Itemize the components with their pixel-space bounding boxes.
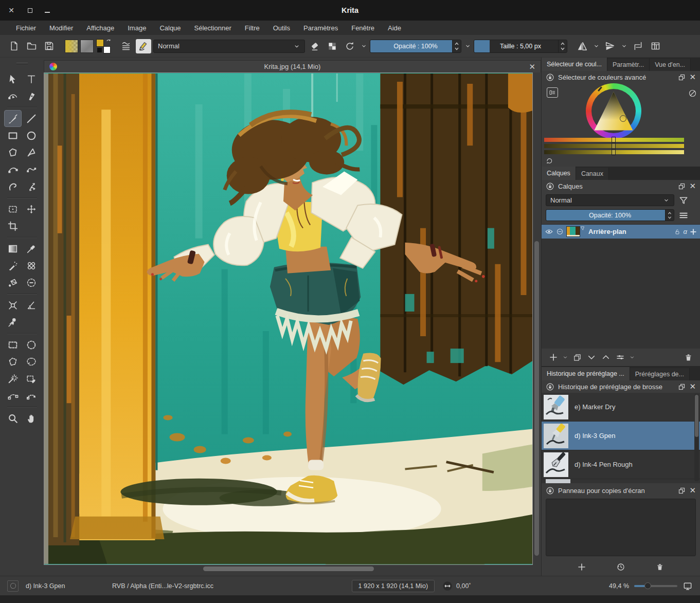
canvas-horizontal-scrollbar[interactable] [44, 565, 533, 573]
layer-blend-mode-combobox[interactable]: Normal [546, 194, 674, 206]
move-layer-down-button[interactable] [585, 351, 598, 364]
brush-preview-icon[interactable] [7, 580, 19, 592]
panel-float-icon[interactable] [678, 182, 686, 190]
panel-float-icon[interactable] [678, 74, 686, 81]
mirror-vertical-dropdown[interactable] [620, 40, 628, 53]
panel-close-icon[interactable]: ✕ [689, 72, 696, 82]
tool-freehand-path[interactable] [23, 161, 40, 178]
color-wheel[interactable] [586, 83, 641, 139]
layer-properties-button[interactable] [614, 351, 627, 364]
tool-polyline[interactable] [23, 144, 40, 161]
canvas-rotation-control[interactable]: 0,00˚ [442, 580, 471, 592]
opacity-slider[interactable]: Opacité : 100% [370, 40, 461, 53]
window-maximize-button[interactable] [28, 8, 32, 13]
layer-unlocked-icon[interactable] [674, 228, 681, 235]
show-grid-button[interactable] [648, 39, 663, 54]
layer-lock-indicator-icon[interactable] [556, 228, 564, 235]
fit-to-screen-icon[interactable] [683, 581, 693, 591]
tab-canaux[interactable]: Canaux [576, 168, 609, 180]
foreground-background-colors[interactable] [96, 39, 111, 54]
layer-inherit-alpha-icon[interactable] [690, 228, 697, 235]
add-layer-dropdown[interactable] [561, 351, 569, 364]
tool-color-sampler[interactable] [23, 240, 40, 257]
preserve-alpha-button[interactable] [325, 39, 340, 54]
panel-float-icon[interactable] [678, 383, 686, 391]
menu-aide[interactable]: Aide [381, 21, 408, 35]
tool-edit-shapes[interactable] [4, 87, 22, 104]
saturation-slider-handle[interactable] [612, 143, 616, 149]
panel-close-icon[interactable]: ✕ [689, 181, 696, 191]
tool-dynamic-brush[interactable] [4, 178, 22, 195]
tool-pan[interactable] [23, 410, 40, 427]
brush-item-ink4-pen-rough[interactable]: d) Ink-4 Pen Rough [542, 450, 700, 479]
reload-preset-button[interactable] [342, 39, 357, 54]
hue-slider[interactable] [544, 138, 684, 142]
layer-row-arriere-plan[interactable]: Arrière-plan α [542, 225, 700, 239]
tab-color-selector[interactable]: Sélecteur de coul... [542, 58, 607, 71]
tool-ellipse[interactable] [23, 127, 40, 144]
color-reset-button[interactable] [545, 156, 554, 166]
tool-select-shapes[interactable] [4, 70, 22, 87]
menu-parametres[interactable]: Paramètres [297, 21, 345, 35]
tool-enclose-fill[interactable] [23, 274, 40, 291]
tool-rectangle[interactable] [4, 127, 22, 144]
tab-calques[interactable]: Calques [542, 167, 576, 180]
panel-close-icon[interactable]: ✕ [689, 382, 696, 391]
tool-assistants[interactable] [4, 297, 22, 314]
mirror-horizontal-dropdown[interactable] [592, 40, 600, 53]
mirror-vertical-button[interactable] [602, 39, 618, 54]
panel-close-icon[interactable]: ✕ [689, 486, 696, 495]
menu-modifier[interactable]: Modifier [43, 21, 80, 35]
open-document-button[interactable] [24, 39, 39, 54]
toolbox-drag-handle[interactable] [16, 63, 28, 64]
canvas-vertical-scrollbar[interactable] [533, 72, 541, 565]
tool-gradient[interactable] [4, 240, 22, 257]
brush-editor-button[interactable] [136, 39, 151, 53]
menu-filtre[interactable]: Filtre [238, 21, 266, 35]
canvas-viewport[interactable] [44, 72, 533, 565]
tool-polygon-select[interactable] [4, 353, 22, 370]
tool-similar-select[interactable] [23, 370, 40, 387]
delete-screenshot-button[interactable] [653, 560, 667, 574]
menu-affichage[interactable]: Affichage [80, 21, 121, 35]
save-document-button[interactable] [41, 39, 57, 54]
tool-zoom[interactable] [4, 410, 22, 427]
canvas-window-titlebar[interactable]: Krita.jpg (14,1 Mio) ✕ [44, 60, 541, 72]
pattern-selector[interactable] [65, 40, 78, 53]
value-slider-handle[interactable] [612, 149, 616, 155]
size-slider[interactable]: Taille : 5,00 px [474, 40, 567, 53]
tool-magnetic-select[interactable] [23, 387, 40, 404]
tool-text[interactable] [23, 70, 40, 87]
blend-mode-combobox[interactable]: Normal [153, 40, 305, 53]
tool-similar-color-select[interactable] [4, 370, 22, 387]
menu-outils[interactable]: Outils [266, 21, 297, 35]
menu-image[interactable]: Image [121, 21, 153, 35]
layer-name[interactable]: Arrière-plan [588, 228, 671, 235]
tool-multibrush[interactable] [23, 178, 40, 195]
eraser-mode-button[interactable] [307, 39, 322, 54]
layer-thumbnail[interactable] [566, 226, 580, 237]
tool-polygon[interactable] [4, 144, 22, 161]
panel-float-icon[interactable] [678, 487, 686, 495]
window-minimize-button[interactable] [45, 12, 50, 13]
value-slider[interactable] [544, 150, 684, 154]
window-close-button[interactable]: ✕ [7, 6, 15, 14]
delete-layer-button[interactable] [681, 351, 695, 364]
add-screenshot-button[interactable] [575, 560, 588, 574]
layer-alpha-icon[interactable]: α [684, 228, 687, 235]
panel-lock-icon[interactable] [546, 73, 554, 82]
gradient-selector[interactable] [80, 40, 94, 53]
opacity-spinner[interactable] [452, 40, 461, 52]
tool-bezier-curve[interactable] [4, 161, 22, 178]
tool-calligraphy[interactable] [23, 87, 40, 104]
layer-properties-dropdown[interactable] [628, 351, 636, 364]
tool-reference-images[interactable] [4, 314, 22, 331]
brush-scroll-thumb[interactable] [695, 395, 698, 437]
tool-crop[interactable] [4, 217, 22, 234]
layer-options-menu-icon[interactable] [678, 210, 689, 221]
color-cursor[interactable] [620, 115, 626, 122]
menu-selectionner[interactable]: Sélectionner [188, 21, 238, 35]
brush-item-marker-dry[interactable]: e) Marker Dry [542, 393, 700, 422]
tool-smart-patch[interactable] [23, 257, 40, 274]
tool-fill[interactable] [4, 274, 22, 291]
